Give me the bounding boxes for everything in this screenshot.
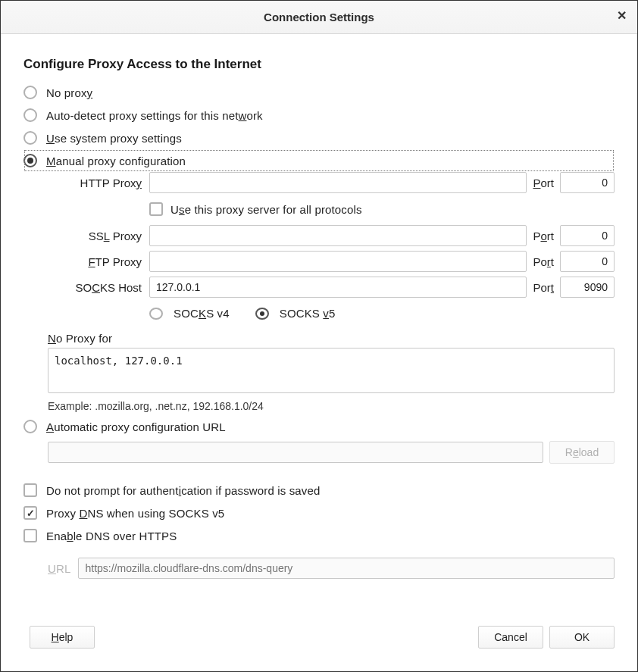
radio-label: Use system proxy settings	[46, 132, 182, 145]
dialog-footer: Help Cancel OK	[23, 615, 615, 649]
close-icon[interactable]: ✕	[617, 10, 627, 22]
ssl-proxy-input[interactable]	[149, 225, 527, 246]
radio-icon	[23, 108, 37, 122]
pac-row: Reload	[23, 441, 615, 464]
http-proxy-label: HTTP Proxy	[48, 177, 149, 189]
doh-enable-label: Enable DNS over HTTPS	[46, 530, 177, 542]
dialog-title: Connection Settings	[264, 11, 374, 23]
proxy-dns-label: Proxy DNS when using SOCKS v5	[46, 507, 224, 520]
no-auth-prompt-row[interactable]: Do not prompt for authentication if pass…	[23, 483, 615, 497]
radio-icon	[23, 86, 37, 99]
reload-button: Reload	[549, 441, 615, 464]
no-proxy-for-input[interactable]	[48, 348, 615, 393]
no-proxy-for-label: No Proxy for	[48, 329, 615, 348]
ftp-proxy-label: FTP Proxy	[48, 255, 149, 268]
ftp-proxy-input[interactable]	[149, 251, 527, 272]
socks-port-input[interactable]	[560, 277, 615, 298]
no-auth-prompt-checkbox[interactable]	[23, 483, 37, 497]
socks-host-input[interactable]	[149, 277, 527, 298]
socks-v5-label: SOCKS v5	[280, 307, 336, 320]
no-auth-prompt-label: Do not prompt for authentication if pass…	[46, 484, 320, 497]
socks-host-label: SOCKS Host	[48, 281, 149, 294]
radio-label: Auto-detect proxy settings for this netw…	[46, 109, 263, 122]
doh-url-label: URL	[48, 562, 70, 575]
section-heading: Configure Proxy Access to the Internet	[23, 57, 615, 72]
ftp-port-label: Port	[527, 255, 560, 268]
lower-checks: Do not prompt for authentication if pass…	[23, 483, 615, 579]
doh-url-row: URL	[23, 558, 615, 579]
radio-icon	[23, 131, 37, 145]
radio-label: No proxy	[46, 86, 92, 99]
proxy-dns-row[interactable]: Proxy DNS when using SOCKS v5	[23, 506, 615, 520]
proxy-grid: HTTP Proxy Port Use this proxy server fo…	[48, 172, 615, 324]
no-proxy-section: No Proxy for Example: .mozilla.org, .net…	[48, 324, 615, 415]
radio-icon	[23, 154, 37, 167]
ssl-port-label: Port	[527, 230, 560, 242]
use-all-protocols-checkbox[interactable]	[149, 202, 163, 216]
socks-port-label: Port	[527, 281, 560, 294]
radio-label: Automatic proxy configuration URL	[46, 420, 226, 433]
doh-enable-checkbox[interactable]	[23, 529, 37, 542]
socks-v4-radio[interactable]	[149, 308, 163, 320]
pac-url-input	[48, 442, 543, 463]
connection-settings-dialog: Connection Settings ✕ Configure Proxy Ac…	[0, 0, 638, 672]
proxy-dns-checkbox[interactable]	[23, 506, 37, 520]
ssl-proxy-label: SSL Proxy	[48, 230, 149, 242]
ftp-port-input[interactable]	[560, 251, 615, 272]
use-all-protocols-label: Use this proxy server for all protocols	[170, 203, 362, 216]
doh-enable-row[interactable]: Enable DNS over HTTPS	[23, 529, 615, 542]
dialog-titlebar: Connection Settings ✕	[1, 1, 637, 34]
radio-no-proxy[interactable]: No proxy	[23, 81, 615, 104]
socks-v5-radio[interactable]	[255, 308, 269, 320]
cancel-button[interactable]: Cancel	[478, 626, 543, 649]
no-proxy-example: Example: .mozilla.org, .net.nz, 192.168.…	[48, 395, 615, 415]
radio-auto-detect[interactable]: Auto-detect proxy settings for this netw…	[23, 104, 615, 127]
radio-icon	[23, 420, 37, 433]
radio-manual-proxy[interactable]: Manual proxy configuration	[23, 149, 615, 172]
radio-pac-url[interactable]: Automatic proxy configuration URL	[23, 415, 615, 438]
ssl-port-input[interactable]	[560, 225, 615, 246]
manual-proxy-block: HTTP Proxy Port Use this proxy server fo…	[23, 172, 615, 415]
http-proxy-input[interactable]	[149, 172, 527, 193]
http-port-input[interactable]	[560, 172, 615, 193]
help-button[interactable]: Help	[30, 626, 95, 649]
radio-system-proxy[interactable]: Use system proxy settings	[23, 127, 615, 149]
doh-url-input	[78, 558, 615, 579]
http-port-label: Port	[527, 177, 560, 189]
radio-label: Manual proxy configuration	[46, 155, 186, 167]
dialog-content: Configure Proxy Access to the Internet N…	[1, 34, 637, 671]
socks-v4-label: SOCKS v4	[174, 307, 230, 320]
ok-button[interactable]: OK	[549, 626, 615, 649]
